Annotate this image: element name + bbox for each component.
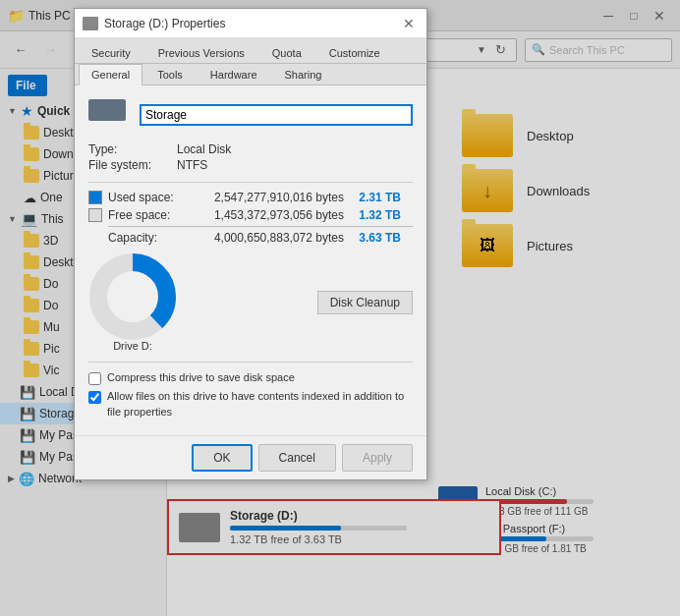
pie-chart-section: Drive D: Disk Cleanup: [88, 252, 413, 352]
compress-checkbox[interactable]: [88, 372, 101, 385]
capacity-size: 3.63 TB: [352, 231, 401, 245]
capacity-row: Capacity: 4,000,650,883,072 bytes 3.63 T…: [88, 231, 413, 245]
space-section: Used space: 2,547,277,910,016 bytes 2.31…: [88, 182, 413, 245]
index-checkbox[interactable]: [88, 391, 101, 404]
type-row: Type: Local Disk: [88, 142, 413, 156]
free-space-row: Free space: 1,453,372,973,056 bytes 1.32…: [88, 208, 413, 222]
pie-chart-area: Drive D:: [88, 252, 177, 352]
tab-general[interactable]: General: [79, 64, 142, 85]
dialog-close-button[interactable]: ✕: [399, 14, 419, 33]
free-size: 1.32 TB: [352, 208, 401, 222]
free-label: Free space:: [108, 208, 197, 222]
tab-sharing[interactable]: Sharing: [272, 64, 335, 84]
type-value: Local Disk: [177, 142, 231, 156]
dialog-content-area: Type: Local Disk File system: NTFS Used …: [75, 85, 426, 435]
dialog-title-text: Storage (D:) Properties: [104, 17, 393, 30]
used-size: 2.31 TB: [352, 191, 401, 204]
type-label: Type:: [88, 142, 177, 156]
index-checkbox-row: Allow files on this drive to have conten…: [88, 389, 413, 420]
free-bytes: 1,453,372,973,056 bytes: [197, 208, 344, 222]
free-color-box: [88, 208, 102, 222]
dialog-titlebar: Storage (D:) Properties ✕: [75, 9, 426, 38]
fs-value: NTFS: [177, 158, 207, 172]
fs-row: File system: NTFS: [88, 158, 413, 172]
used-label: Used space:: [108, 191, 197, 204]
drive-d-label: Drive D:: [88, 340, 177, 352]
cancel-button[interactable]: Cancel: [258, 444, 336, 472]
tab-security[interactable]: Security: [79, 42, 143, 63]
drive-image: [88, 99, 128, 131]
dialog-buttons: OK Cancel Apply: [75, 435, 426, 479]
disk-cleanup-button[interactable]: Disk Cleanup: [317, 291, 413, 314]
capacity-label: Capacity:: [108, 231, 197, 245]
info-table: Type: Local Disk File system: NTFS: [88, 142, 413, 172]
used-color-box: [88, 191, 102, 204]
compress-checkbox-row: Compress this drive to save disk space: [88, 370, 413, 385]
volume-name-row: [88, 99, 413, 131]
hdd-graphic: [88, 99, 126, 121]
index-label: Allow files on this drive to have conten…: [107, 389, 413, 420]
used-bytes: 2,547,277,910,016 bytes: [197, 191, 344, 204]
volume-name-input[interactable]: [140, 104, 413, 126]
tab-quota[interactable]: Quota: [259, 42, 314, 63]
dialog-title-drive-icon: [83, 17, 98, 30]
used-space-row: Used space: 2,547,277,910,016 bytes 2.31…: [88, 191, 413, 204]
tab-hardware[interactable]: Hardware: [198, 64, 270, 84]
checkbox-section: Compress this drive to save disk space A…: [88, 362, 413, 420]
tab-previous-versions[interactable]: Previous Versions: [145, 42, 257, 63]
tab-tools[interactable]: Tools: [144, 64, 196, 84]
ok-button[interactable]: OK: [192, 444, 252, 472]
dialog-tabs: Security Previous Versions Quota Customi…: [75, 38, 426, 64]
space-divider: [108, 226, 413, 227]
disk-pie-chart: [88, 252, 177, 341]
apply-button[interactable]: Apply: [342, 444, 413, 472]
dialog-tabs-row2: General Tools Hardware Sharing: [75, 64, 426, 85]
fs-label: File system:: [88, 158, 177, 172]
capacity-bytes: 4,000,650,883,072 bytes: [197, 231, 344, 245]
tab-customize[interactable]: Customize: [316, 42, 393, 63]
compress-label: Compress this drive to save disk space: [107, 370, 295, 385]
properties-dialog: Storage (D:) Properties ✕ Security Previ…: [74, 8, 427, 480]
